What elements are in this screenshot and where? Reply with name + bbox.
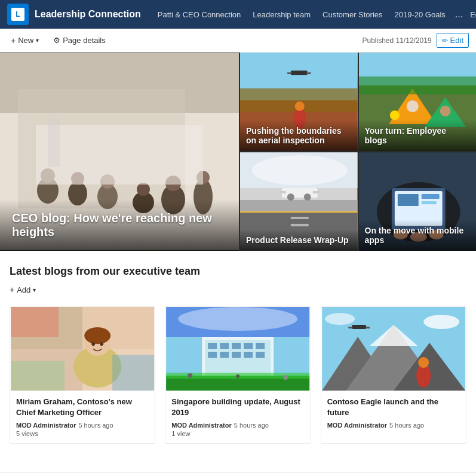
hero-product-overlay: Product Release Wrap-Up	[240, 229, 358, 251]
svg-rect-37	[313, 191, 320, 194]
svg-point-99	[423, 315, 459, 329]
svg-rect-41	[240, 211, 358, 213]
blog-thumb-miriam	[10, 307, 155, 391]
svg-point-30	[389, 110, 399, 120]
svg-point-88	[178, 307, 297, 331]
svg-rect-51	[421, 194, 439, 199]
hero-mobile-title: On the move with mobile apps	[365, 226, 471, 245]
svg-rect-81	[244, 352, 253, 358]
svg-rect-78	[208, 352, 217, 358]
svg-rect-75	[232, 343, 241, 349]
svg-point-38	[287, 194, 294, 201]
site-logo[interactable]: L	[7, 4, 29, 25]
svg-rect-43	[291, 224, 309, 226]
hero-main-title: CEO blog: How we're reaching new heights	[12, 211, 227, 239]
site-title[interactable]: Leadership Connection	[35, 9, 141, 20]
new-label: New	[18, 36, 33, 45]
svg-rect-32	[359, 76, 477, 94]
svg-rect-79	[220, 352, 229, 358]
blog-thumb-singapore	[165, 307, 310, 391]
blog-card-miriam-content: Miriam Graham, Contoso's new Chief Marke…	[10, 391, 155, 443]
svg-rect-20	[291, 70, 308, 75]
svg-rect-68	[11, 361, 65, 391]
nav-link-customer[interactable]: Customer Stories	[318, 7, 387, 23]
blog-miriam-time: 5 hours ago	[78, 422, 113, 429]
nav-more-button[interactable]: ...	[453, 5, 465, 23]
blog-eagle-meta: MOD Administrator 5 hours ago	[327, 422, 460, 429]
page-details-label: Page details	[63, 36, 106, 45]
blog-miriam-title: Miriam Graham, Contoso's new Chief Marke…	[16, 397, 149, 418]
chevron-icon: ▾	[33, 287, 36, 293]
nav-actions: Edit ★ Following ↗ Share site	[465, 2, 476, 26]
svg-point-29	[440, 106, 450, 116]
svg-rect-35	[282, 188, 318, 198]
svg-rect-82	[256, 352, 265, 358]
svg-point-24	[295, 102, 305, 111]
svg-rect-36	[279, 191, 286, 194]
svg-rect-50	[397, 194, 418, 206]
blog-singapore-meta: MOD Administrator 5 hours ago	[171, 422, 304, 429]
nav-edit-button[interactable]: Edit	[465, 7, 476, 22]
svg-point-87	[236, 374, 239, 378]
svg-point-65	[100, 342, 103, 346]
blog-card-miriam[interactable]: Miriam Graham, Contoso's new Chief Marke…	[10, 306, 155, 444]
blog-eagle-time: 5 hours ago	[389, 422, 424, 429]
nav-links: Patti & CEO Connection Leadership team C…	[153, 5, 465, 23]
hero-employee-title: Your turn: Employee blogs	[365, 126, 471, 145]
svg-rect-16	[48, 119, 60, 167]
nav-link-patti[interactable]: Patti & CEO Connection	[153, 7, 245, 23]
toolbar-left: + New ▾ ⚙ Page details	[7, 33, 109, 48]
blog-thumb-eagle	[321, 307, 466, 391]
new-button[interactable]: + New ▾	[7, 33, 42, 48]
blog-eagle-author: MOD Administrator	[327, 422, 387, 429]
blog-singapore-time: 5 hours ago	[234, 422, 269, 429]
blog-section-title: Latest blogs from our executive team	[10, 265, 466, 278]
page-toolbar: + New ▾ ⚙ Page details Published 11/12/2…	[0, 29, 476, 53]
svg-point-85	[188, 373, 192, 378]
plus-icon: +	[11, 36, 16, 45]
hero-card-aerial[interactable]: Pushing the boundaries on aerial inspect…	[240, 53, 358, 151]
blog-eagle-title: Contoso Eagle launch and the future	[327, 397, 460, 418]
svg-rect-77	[256, 343, 265, 349]
toolbar-right: Published 11/12/2019 ✏ Edit	[362, 33, 469, 48]
gear-icon: ⚙	[53, 36, 60, 45]
svg-rect-73	[208, 343, 217, 349]
hero-card-mobile[interactable]: On the move with mobile apps	[359, 152, 477, 251]
svg-rect-21	[287, 72, 292, 74]
svg-point-86	[283, 375, 288, 380]
blog-card-singapore[interactable]: Singapore building update, August 2019 M…	[165, 306, 311, 444]
svg-rect-42	[291, 217, 309, 219]
page-details-button[interactable]: ⚙ Page details	[50, 33, 109, 47]
edit-button[interactable]: ✏ Edit	[437, 33, 469, 48]
hero-main-card[interactable]: CEO blog: How we're reaching new heights	[0, 53, 239, 251]
nav-link-leadership[interactable]: Leadership team	[248, 7, 315, 23]
svg-point-95	[418, 357, 429, 368]
chevron-down-icon: ▾	[36, 37, 39, 44]
add-label: Add	[17, 285, 30, 294]
svg-rect-97	[348, 327, 352, 328]
published-status: Published 11/12/2019	[362, 36, 431, 45]
hero-aerial-overlay: Pushing the boundaries on aerial inspect…	[240, 120, 358, 151]
pencil-icon: ✏	[442, 36, 448, 45]
blog-card-singapore-content: Singapore building update, August 2019 M…	[165, 391, 310, 443]
svg-rect-15	[36, 125, 203, 185]
hero-product-title: Product Release Wrap-Up	[246, 235, 352, 245]
hero-main-overlay: CEO blog: How we're reaching new heights	[0, 199, 239, 251]
svg-point-100	[325, 313, 355, 325]
blog-grid: Miriam Graham, Contoso's new Chief Marke…	[10, 306, 466, 444]
blog-card-eagle[interactable]: Contoso Eagle launch and the future MOD …	[321, 306, 466, 444]
hero-mobile-overlay: On the move with mobile apps	[359, 220, 477, 251]
blog-miriam-author: MOD Administrator	[16, 422, 76, 429]
hero-aerial-title: Pushing the boundaries on aerial inspect…	[246, 126, 352, 145]
hero-card-product[interactable]: Product Release Wrap-Up	[240, 152, 358, 251]
hero-card-employee[interactable]: Your turn: Employee blogs	[359, 53, 477, 151]
hero-employee-overlay: Your turn: Employee blogs	[359, 120, 477, 151]
svg-point-28	[406, 100, 418, 112]
svg-rect-80	[232, 352, 241, 358]
add-blog-button[interactable]: + Add ▾	[10, 282, 466, 297]
edit-label: Edit	[450, 36, 463, 45]
nav-link-goals[interactable]: 2019-20 Goals	[390, 7, 450, 23]
blog-singapore-views: 1 view	[171, 430, 304, 437]
svg-rect-22	[306, 72, 311, 74]
svg-rect-74	[220, 343, 229, 349]
